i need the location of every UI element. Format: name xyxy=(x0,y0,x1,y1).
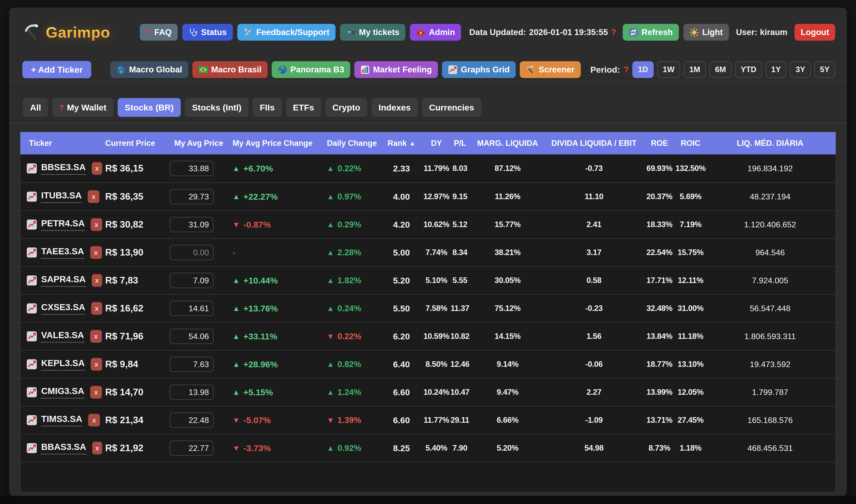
divida-liquida-ebit-cell: -0.23 xyxy=(546,304,642,313)
period-1y-button[interactable]: 1Y xyxy=(766,61,786,78)
top-nav-buttons: ? FAQ Status Feedback/Support My tickets… xyxy=(140,24,461,41)
avg-price-input[interactable] xyxy=(170,189,214,204)
theme-toggle-button[interactable]: Light xyxy=(683,24,729,41)
graphs-grid-button[interactable]: Graphs Grid xyxy=(442,61,516,78)
ticker-link[interactable]: CXSE3.SA xyxy=(41,302,85,315)
roic-cell: 27.45% xyxy=(677,416,705,425)
ticker-link[interactable]: TIMS3.SA xyxy=(41,414,82,427)
avg-price-cell xyxy=(167,440,231,456)
period-1w-button[interactable]: 1W xyxy=(657,61,680,78)
remove-ticker-button[interactable]: x xyxy=(91,218,102,231)
pl-cell: 8.34 xyxy=(450,248,469,257)
avg-price-input[interactable] xyxy=(170,161,214,176)
period-ytd-button[interactable]: YTD xyxy=(735,61,762,78)
divida-liquida-ebit-cell: 2.41 xyxy=(546,220,642,229)
avg-price-input[interactable] xyxy=(170,273,214,288)
column-header-avg_change[interactable]: My Avg Price Change xyxy=(231,132,323,155)
ticker-link[interactable]: SAPR4.SA xyxy=(41,274,86,287)
period-5y-button[interactable]: 5Y xyxy=(814,61,835,78)
macro-global-button[interactable]: Macro Global xyxy=(110,61,188,78)
column-header-liq[interactable]: LIQ. MÉD. DIÁRIA xyxy=(705,132,836,155)
column-header-current_price[interactable]: Current Price xyxy=(102,132,167,155)
column-header-pl[interactable]: P/L xyxy=(450,132,469,155)
tab-crypto[interactable]: Crypto xyxy=(325,98,368,117)
help-icon[interactable]: ? xyxy=(611,28,616,37)
remove-ticker-button[interactable]: x xyxy=(91,302,102,315)
add-ticker-button[interactable]: + Add Ticker xyxy=(22,61,91,78)
feedback-support-button[interactable]: Feedback/Support xyxy=(237,24,336,41)
admin-label: Admin xyxy=(429,28,455,37)
market-feeling-button[interactable]: Market Feeling xyxy=(354,61,438,78)
column-header-ticker[interactable]: Ticker xyxy=(20,132,102,155)
avg-price-input[interactable] xyxy=(170,217,214,232)
chart-up-icon xyxy=(26,443,37,454)
column-header-roe[interactable]: ROE xyxy=(642,132,677,155)
ticker-link[interactable]: BBSE3.SA xyxy=(41,162,86,175)
tab-fiis[interactable]: FIIs xyxy=(253,98,282,117)
avg-price-cell xyxy=(167,217,231,232)
screener-button[interactable]: Screener xyxy=(520,61,581,78)
ticker-link[interactable]: BBAS3.SA xyxy=(41,442,86,454)
avg-price-input[interactable] xyxy=(170,440,214,456)
ticker-link[interactable]: ITUB3.SA xyxy=(41,190,82,203)
remove-ticker-button[interactable]: x xyxy=(88,190,100,203)
roe-cell: 18.33% xyxy=(642,220,677,229)
panorama-b3-button[interactable]: Panorama B3 xyxy=(272,61,350,78)
refresh-button[interactable]: Refresh xyxy=(623,24,679,41)
admin-button[interactable]: Admin xyxy=(410,24,461,41)
roe-cell: 17.71% xyxy=(642,276,677,285)
table-footer xyxy=(20,462,836,492)
pickaxe-icon xyxy=(22,22,42,42)
remove-ticker-button[interactable]: x xyxy=(90,330,102,343)
my-tickets-button[interactable]: My tickets xyxy=(340,24,406,41)
logout-button[interactable]: Logout xyxy=(795,24,835,41)
tab-my-wallet[interactable]: ? My Wallet xyxy=(52,98,113,117)
avg-price-input[interactable] xyxy=(170,413,214,428)
remove-ticker-button[interactable]: x xyxy=(90,386,102,399)
ticker-link[interactable]: CMIG3.SA xyxy=(41,386,84,399)
column-header-dy[interactable]: DY xyxy=(423,132,450,155)
avg-price-change-value: -3.73% xyxy=(244,443,271,453)
remove-ticker-button[interactable]: x xyxy=(92,442,102,454)
avg-price-input[interactable] xyxy=(170,329,214,344)
avg-price-input[interactable] xyxy=(170,357,214,372)
period-1m-button[interactable]: 1M xyxy=(684,61,706,78)
change-arrow-icon: ▲ xyxy=(233,276,240,285)
remove-ticker-button[interactable]: x xyxy=(88,414,100,427)
column-header-avg_price[interactable]: My Avg Price xyxy=(167,132,231,155)
chart-up-icon xyxy=(448,65,458,74)
tab-currencies[interactable]: Currencies xyxy=(422,98,481,117)
remove-ticker-button[interactable]: x xyxy=(92,162,102,175)
column-header-rank[interactable]: Rank ▲ xyxy=(380,132,423,155)
column-header-marg[interactable]: MARG. LIQUIDA xyxy=(469,132,546,155)
ticker-link[interactable]: TAEE3.SA xyxy=(41,246,84,259)
column-header-divida[interactable]: DIVIDA LIQUIDA / EBIT xyxy=(546,132,642,155)
ticker-link[interactable]: PETR4.SA xyxy=(41,218,85,231)
period-3y-button[interactable]: 3Y xyxy=(790,61,811,78)
column-header-label: Ticker xyxy=(29,139,52,148)
period-1d-button[interactable]: 1D xyxy=(632,61,654,78)
tab-indexes[interactable]: Indexes xyxy=(371,98,418,117)
status-button[interactable]: Status xyxy=(182,24,233,41)
tab-all[interactable]: All xyxy=(23,98,48,117)
column-header-roic[interactable]: ROIC xyxy=(677,132,705,155)
ticker-link[interactable]: KEPL3.SA xyxy=(41,358,85,371)
tab-stocks-intl[interactable]: Stocks (Intl) xyxy=(185,98,249,117)
ticker-link[interactable]: VALE3.SA xyxy=(41,330,84,343)
avg-price-input[interactable] xyxy=(170,245,214,260)
avg-price-input[interactable] xyxy=(170,384,214,400)
tab-etfs[interactable]: ETFs xyxy=(286,98,321,117)
tools-icon xyxy=(244,28,253,37)
remove-ticker-button[interactable]: x xyxy=(92,274,102,287)
sort-asc-icon[interactable]: ▲ xyxy=(409,140,415,147)
period-6m-button[interactable]: 6M xyxy=(709,61,731,78)
remove-ticker-button[interactable]: x xyxy=(90,246,102,259)
period-help-icon[interactable]: ? xyxy=(624,65,629,74)
remove-ticker-button[interactable]: x xyxy=(91,358,102,371)
column-header-daily_change[interactable]: Daily Change xyxy=(323,132,380,155)
macro-brasil-button[interactable]: Macro Brasil xyxy=(192,61,268,78)
tab-stocks-br[interactable]: Stocks (BR) xyxy=(118,98,181,117)
daily-change-cell: ▲ 0.22% xyxy=(323,164,380,173)
avg-price-input[interactable] xyxy=(170,301,214,316)
faq-button[interactable]: ? FAQ xyxy=(140,24,178,41)
